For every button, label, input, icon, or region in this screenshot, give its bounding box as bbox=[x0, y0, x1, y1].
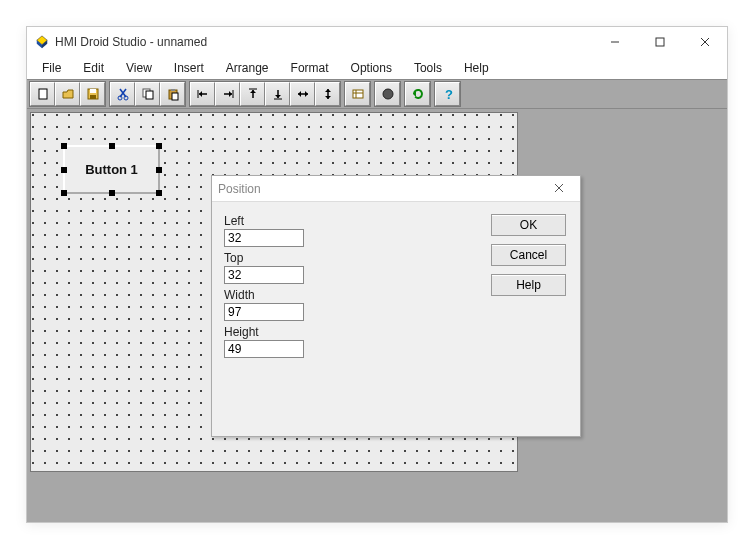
svg-point-41 bbox=[383, 89, 393, 99]
svg-rect-10 bbox=[90, 95, 96, 99]
height-label: Height bbox=[224, 325, 568, 339]
dialog-title: Position bbox=[218, 182, 544, 196]
titlebar: HMI Droid Studio - unnamed bbox=[27, 27, 727, 57]
menu-file[interactable]: File bbox=[33, 59, 70, 77]
menu-edit[interactable]: Edit bbox=[74, 59, 113, 77]
svg-marker-37 bbox=[325, 96, 331, 99]
stretch-vertical-icon[interactable] bbox=[315, 82, 340, 106]
position-dialog: Position Left Top Width bbox=[211, 175, 581, 437]
svg-rect-38 bbox=[353, 90, 363, 98]
svg-rect-16 bbox=[146, 91, 153, 99]
svg-text:?: ? bbox=[445, 87, 453, 101]
top-input[interactable] bbox=[224, 266, 304, 284]
placed-button-1[interactable]: Button 1 bbox=[63, 145, 160, 194]
dialog-titlebar[interactable]: Position bbox=[212, 176, 580, 202]
svg-rect-19 bbox=[172, 93, 178, 100]
window-title: HMI Droid Studio - unnamed bbox=[55, 35, 592, 49]
ok-button[interactable]: OK bbox=[491, 214, 566, 236]
cancel-button[interactable]: Cancel bbox=[491, 244, 566, 266]
svg-marker-27 bbox=[250, 90, 256, 93]
help-button[interactable]: Help bbox=[491, 274, 566, 296]
refresh-icon[interactable] bbox=[405, 82, 430, 106]
svg-rect-18 bbox=[171, 89, 175, 91]
align-bottom-icon[interactable] bbox=[265, 82, 290, 106]
menu-tools[interactable]: Tools bbox=[405, 59, 451, 77]
open-icon[interactable] bbox=[55, 82, 80, 106]
svg-marker-36 bbox=[325, 89, 331, 92]
resize-handle-b[interactable] bbox=[109, 190, 115, 196]
new-icon[interactable] bbox=[30, 82, 55, 106]
help-icon[interactable]: ? bbox=[435, 82, 460, 106]
menubar: File Edit View Insert Arrange Format Opt… bbox=[27, 57, 727, 79]
menu-view[interactable]: View bbox=[117, 59, 161, 77]
svg-marker-33 bbox=[298, 91, 301, 97]
resize-handle-tr[interactable] bbox=[156, 143, 162, 149]
resize-handle-bl[interactable] bbox=[61, 190, 67, 196]
menu-options[interactable]: Options bbox=[342, 59, 401, 77]
resize-handle-br[interactable] bbox=[156, 190, 162, 196]
properties-icon[interactable] bbox=[345, 82, 370, 106]
app-icon bbox=[35, 35, 49, 49]
left-input[interactable] bbox=[224, 229, 304, 247]
resize-handle-t[interactable] bbox=[109, 143, 115, 149]
menu-format[interactable]: Format bbox=[282, 59, 338, 77]
resize-handle-tl[interactable] bbox=[61, 143, 67, 149]
svg-marker-34 bbox=[305, 91, 308, 97]
client-area: Button 1 Position Left bbox=[27, 109, 727, 522]
svg-rect-7 bbox=[39, 89, 47, 99]
resize-handle-l[interactable] bbox=[61, 167, 67, 173]
menu-arrange[interactable]: Arrange bbox=[217, 59, 278, 77]
close-button[interactable] bbox=[682, 27, 727, 57]
align-top-icon[interactable] bbox=[240, 82, 265, 106]
resize-handle-r[interactable] bbox=[156, 167, 162, 173]
svg-marker-24 bbox=[229, 91, 232, 97]
svg-rect-9 bbox=[90, 89, 96, 93]
cut-icon[interactable] bbox=[110, 82, 135, 106]
svg-rect-4 bbox=[656, 38, 664, 46]
main-window: HMI Droid Studio - unnamed File Edit Vie… bbox=[26, 26, 728, 523]
dialog-close-icon[interactable] bbox=[544, 182, 574, 196]
maximize-button[interactable] bbox=[637, 27, 682, 57]
minimize-button[interactable] bbox=[592, 27, 637, 57]
svg-marker-21 bbox=[199, 91, 202, 97]
toolbar: ? bbox=[27, 79, 727, 109]
width-input[interactable] bbox=[224, 303, 304, 321]
svg-marker-30 bbox=[275, 95, 281, 98]
circle-icon[interactable] bbox=[375, 82, 400, 106]
align-left-icon[interactable] bbox=[190, 82, 215, 106]
placed-button-label: Button 1 bbox=[85, 162, 138, 177]
stretch-horizontal-icon[interactable] bbox=[290, 82, 315, 106]
align-right-icon[interactable] bbox=[215, 82, 240, 106]
save-icon[interactable] bbox=[80, 82, 105, 106]
menu-insert[interactable]: Insert bbox=[165, 59, 213, 77]
copy-icon[interactable] bbox=[135, 82, 160, 106]
menu-help[interactable]: Help bbox=[455, 59, 498, 77]
paste-icon[interactable] bbox=[160, 82, 185, 106]
height-input[interactable] bbox=[224, 340, 304, 358]
